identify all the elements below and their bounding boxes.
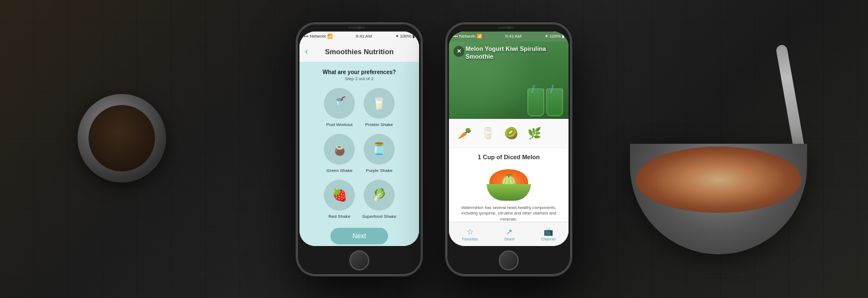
option-purple-shake[interactable]: 🫙 Purple Shake [362,133,396,173]
ingredient-thumb-yogurt[interactable]: 🥛 [478,123,498,143]
phone-2-battery: ✦ 100% ▮ [545,34,564,39]
phone-1-screen: ▪▪▪ Network 📶 9:41 AM ✦ 100% ▮ ‹ Smoothi… [299,32,419,246]
phone-1-volume-up [296,62,297,76]
phone-1-battery: ✦ 100% ▮ [395,34,415,39]
option-post-workout-label: Post Workout [326,122,353,127]
phone-2-speaker [498,27,514,29]
phone-1-network-status: ▪▪▪ Network 📶 [304,34,333,39]
tab-share[interactable]: ↗ Share [504,227,515,241]
phone-1-content: What are your preferences? Step 2 out of… [299,62,419,246]
option-red-shake[interactable]: 🍓 Red Shake [322,179,356,219]
phones-container: ▪▪▪ Network 📶 9:41 AM ✦ 100% ▮ ‹ Smoothi… [0,0,868,298]
tab-channel[interactable]: 📺 Channel [541,227,555,241]
option-superfood-circle: 🥬 [363,179,396,212]
screen-title: Smoothies Nutrition [325,48,394,56]
post-workout-icon: 🥤 [332,96,347,111]
phone-2-battery-icon: ▮ [562,34,564,39]
melon-bowl-illustration: 🍈 [487,165,531,201]
phone-1-network-label: Network [310,34,326,39]
phone-1-speaker [348,27,365,29]
smoothie-glasses-decoration [528,88,563,116]
phone-1-battery-icon: ▮ [412,34,415,39]
favorites-icon: ☆ [467,227,474,236]
option-post-workout[interactable]: 🥤 Post Workout [322,87,356,127]
option-superfood-shake[interactable]: 🥬 Superfood Shake [362,179,396,219]
phone-1-wifi-icon: 📶 [327,34,333,39]
ingredient-thumb-carrot[interactable]: 🥕 [454,123,474,143]
tab-bar: ☆ Favorites ↗ Share 📺 Channel [449,222,569,246]
ingredient-image: 🍈 [484,165,534,201]
step-indicator: Step 2 out of 2 [345,76,374,81]
phone-1-power-button [421,68,423,85]
smoothie-glass-2 [546,88,563,116]
channel-icon: 📺 [544,227,553,236]
ingredient-title: 1 Cup of Diced Melon [478,154,540,160]
phone-2-bluetooth-icon: ✦ [545,34,549,39]
ingredient-thumbnails: 🥕 🥛 🥝 🌿 [449,119,569,148]
phone-1-status-bar: ▪▪▪ Network 📶 9:41 AM ✦ 100% ▮ [299,32,419,41]
phone-1-signal-icon: ▪▪▪ [304,34,309,39]
preferences-question: What are your preferences? [323,69,396,75]
superfood-shake-icon: 🥬 [371,188,386,202]
option-superfood-label: Superfood Shake [362,214,396,219]
phone-1-camera [358,26,361,29]
ingredient-thumb-kiwi[interactable]: 🥝 [501,123,521,143]
phone-2-volume-down [445,82,447,104]
phone-1-home-button[interactable] [349,250,369,270]
channel-label: Channel [541,237,555,241]
recipe-header: ✕ Melon Yogurt Kiwi Spirulina Smoothie [449,41,569,119]
purple-shake-icon: 🫙 [371,142,386,156]
recipe-body: 1 Cup of Diced Melon 🍈 Watermelon has se… [449,148,569,222]
close-button[interactable]: ✕ [453,46,464,57]
option-red-circle: 🍓 [323,179,356,212]
tab-favorites[interactable]: ☆ Favorites [462,227,478,241]
option-purple-circle: 🫙 [363,133,396,166]
phone-1-header: ‹ Smoothies Nutrition [299,41,419,62]
phone-1: ▪▪▪ Network 📶 9:41 AM ✦ 100% ▮ ‹ Smoothi… [296,22,423,276]
options-grid: 🥤 Post Workout 🥛 Protein Shake 🧉 [322,87,396,219]
recipe-title: Melon Yogurt Kiwi Spirulina Smoothie [466,45,564,61]
favorites-label: Favorites [462,237,478,241]
phone-2-status-bar: ▪▪▪ Network 📶 9:41 AM ✦ 100% ▮ [449,32,569,41]
phone-2-signal-icon: ▪▪▪ [453,34,458,39]
option-red-label: Red Shake [328,214,350,219]
phone-2-network-status: ▪▪▪ Network 📶 [453,34,482,39]
protein-shake-icon: 🥛 [371,96,386,111]
phone-1-bluetooth-icon: ✦ [395,34,399,39]
share-label: Share [504,237,515,241]
option-green-label: Green Shake [327,168,353,173]
option-protein-circle: 🥛 [363,87,396,120]
bowl-base [487,184,531,201]
phone-1-time: 9:41 AM [356,34,372,39]
phone-2-network-label: Network [459,34,476,39]
share-icon: ↗ [506,227,513,236]
phone-1-volume-down [296,82,297,104]
red-shake-icon: 🍓 [332,188,347,202]
phone-2-power-button [571,68,572,85]
option-purple-label: Purple Shake [366,168,392,173]
phone-2: ▪▪▪ Network 📶 9:41 AM ✦ 100% ▮ ✕ Melon Y… [445,22,572,276]
phone-2-battery-label: 100% [550,34,561,39]
phone-2-camera [507,26,510,29]
phone-2-time: 9:41 AM [505,34,521,39]
next-button[interactable]: Next [330,228,389,244]
recipe-description: Watermelon has several heart-healthy com… [454,205,563,222]
phone-1-battery-label: 100% [400,34,411,39]
option-protein-shake[interactable]: 🥛 Protein Shake [362,87,396,127]
phone-2-volume-up [445,62,447,76]
option-green-shake[interactable]: 🧉 Green Shake [322,133,356,173]
green-shake-icon: 🧉 [332,142,347,156]
phone-2-wifi-icon: 📶 [477,34,482,39]
option-protein-label: Protein Shake [365,122,393,127]
phone-2-home-button[interactable] [499,250,519,270]
phone-2-screen: ▪▪▪ Network 📶 9:41 AM ✦ 100% ▮ ✕ Melon Y… [449,32,569,246]
option-post-workout-circle: 🥤 [323,87,356,120]
option-green-circle: 🧉 [323,133,356,166]
smoothie-glass-1 [528,88,544,116]
ingredient-thumb-spirulina[interactable]: 🌿 [524,123,544,143]
back-button[interactable]: ‹ [305,46,308,56]
